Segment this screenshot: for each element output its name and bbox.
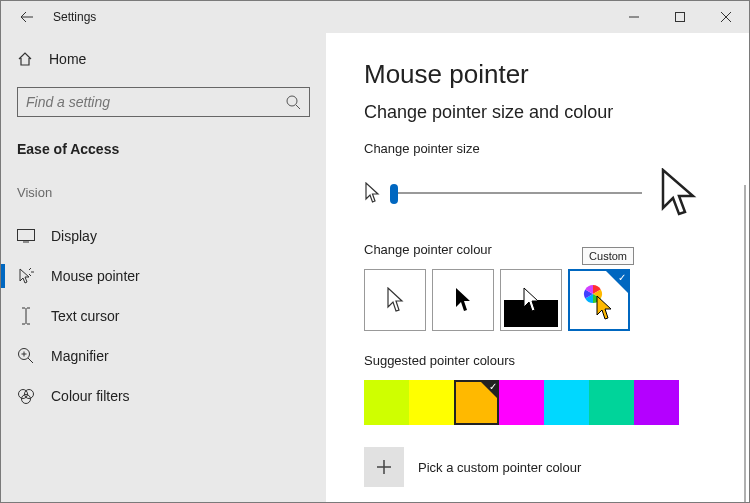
colour-option-white[interactable] bbox=[364, 269, 426, 331]
suggested-colours-label: Suggested pointer colours bbox=[364, 353, 749, 368]
sidebar-item-magnifier[interactable]: Magnifier bbox=[1, 336, 310, 376]
pick-custom-colour-label: Pick a custom pointer colour bbox=[418, 460, 581, 475]
magnifier-icon bbox=[17, 347, 35, 365]
maximize-icon bbox=[675, 12, 685, 22]
sidebar-item-label: Text cursor bbox=[51, 308, 119, 324]
sidebar-item-label: Magnifier bbox=[51, 348, 109, 364]
sidebar-home-label: Home bbox=[49, 51, 86, 67]
colour-swatch[interactable] bbox=[499, 380, 544, 425]
svg-point-6 bbox=[22, 395, 31, 404]
page-subtitle: Change pointer size and colour bbox=[364, 102, 749, 123]
mouse-pointer-icon bbox=[17, 267, 35, 285]
slider-thumb[interactable] bbox=[390, 184, 398, 204]
title-bar: Settings bbox=[1, 1, 749, 33]
minimize-icon bbox=[629, 12, 639, 22]
cursor-white-icon bbox=[386, 287, 404, 313]
colour-filters-icon bbox=[17, 387, 35, 405]
maximize-button[interactable] bbox=[657, 1, 703, 33]
sidebar: Home Ease of Access Vision Display Mouse… bbox=[1, 33, 326, 502]
scrollbar[interactable] bbox=[744, 185, 746, 502]
search-icon bbox=[285, 94, 301, 110]
arrow-left-icon bbox=[20, 10, 34, 24]
colour-swatch[interactable] bbox=[364, 380, 409, 425]
sidebar-item-text-cursor[interactable]: Text cursor bbox=[1, 296, 310, 336]
pointer-colour-label: Change pointer colour bbox=[364, 242, 749, 257]
search-input[interactable] bbox=[26, 94, 285, 110]
colour-swatch[interactable]: ✓ bbox=[454, 380, 499, 425]
cursor-inverted-icon bbox=[522, 287, 540, 313]
tooltip: Custom bbox=[582, 247, 634, 265]
text-cursor-icon bbox=[17, 307, 35, 325]
display-icon bbox=[17, 229, 35, 243]
settings-window: Settings Home Ease of Access Vision bbox=[0, 0, 750, 503]
sidebar-item-colour-filters[interactable]: Colour filters bbox=[1, 376, 310, 416]
colour-swatch[interactable] bbox=[544, 380, 589, 425]
colour-swatch[interactable] bbox=[589, 380, 634, 425]
suggested-colours-row: ✓ bbox=[364, 380, 749, 425]
sidebar-home[interactable]: Home bbox=[17, 51, 310, 67]
pointer-size-slider[interactable] bbox=[390, 192, 642, 194]
svg-rect-0 bbox=[676, 13, 685, 22]
sidebar-item-label: Colour filters bbox=[51, 388, 130, 404]
sidebar-group-label: Vision bbox=[17, 185, 310, 200]
svg-point-5 bbox=[25, 390, 34, 399]
search-box[interactable] bbox=[17, 87, 310, 117]
home-icon bbox=[17, 51, 33, 67]
cursor-small-icon bbox=[364, 182, 380, 204]
close-button[interactable] bbox=[703, 1, 749, 33]
page-title: Mouse pointer bbox=[364, 59, 749, 90]
cursor-black-icon bbox=[454, 287, 472, 313]
minimize-button[interactable] bbox=[611, 1, 657, 33]
colour-option-black[interactable] bbox=[432, 269, 494, 331]
sidebar-item-label: Mouse pointer bbox=[51, 268, 140, 284]
cursor-large-icon bbox=[660, 168, 698, 218]
svg-point-1 bbox=[287, 96, 297, 106]
plus-icon bbox=[377, 460, 391, 474]
sidebar-category: Ease of Access bbox=[17, 141, 310, 157]
svg-rect-2 bbox=[18, 230, 35, 241]
pointer-size-label: Change pointer size bbox=[364, 141, 749, 156]
content-pane: Mouse pointer Change pointer size and co… bbox=[326, 33, 749, 502]
colour-swatch[interactable] bbox=[634, 380, 679, 425]
sidebar-item-mouse-pointer[interactable]: Mouse pointer bbox=[1, 256, 310, 296]
sidebar-item-label: Display bbox=[51, 228, 97, 244]
pick-custom-colour-button[interactable] bbox=[364, 447, 404, 487]
sidebar-item-display[interactable]: Display bbox=[1, 216, 310, 256]
back-button[interactable] bbox=[13, 1, 41, 33]
colour-option-custom[interactable]: Custom ✓ bbox=[568, 269, 630, 331]
window-title: Settings bbox=[53, 10, 96, 24]
colour-swatch[interactable] bbox=[409, 380, 454, 425]
close-icon bbox=[721, 12, 731, 22]
colour-option-inverted[interactable] bbox=[500, 269, 562, 331]
